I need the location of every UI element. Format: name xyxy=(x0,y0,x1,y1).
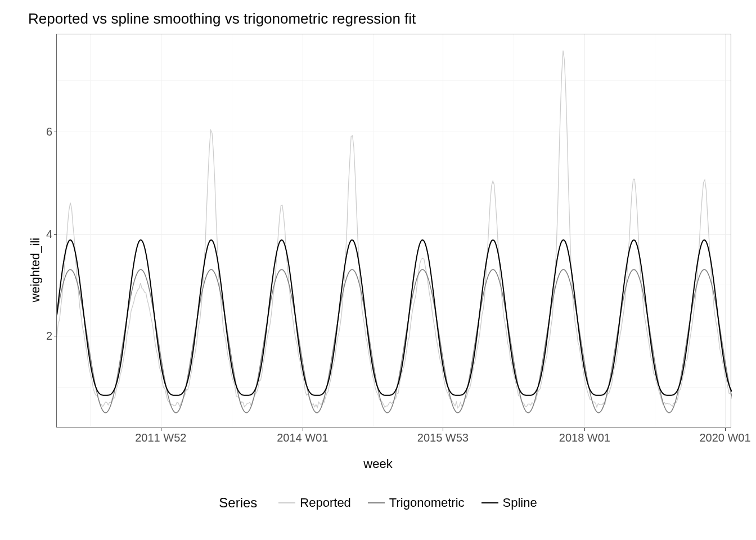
legend-title: Series xyxy=(219,495,257,511)
legend-item-reported: Reported xyxy=(278,496,351,510)
legend-item-trigonometric: Trigonometric xyxy=(368,496,465,510)
legend-swatch-reported xyxy=(278,502,295,503)
chart-title: Reported vs spline smoothing vs trigonom… xyxy=(28,10,416,28)
plot-area xyxy=(57,34,732,428)
legend-swatch-spline xyxy=(482,502,498,503)
legend-item-spline: Spline xyxy=(482,496,537,510)
y-axis-label: weighted_ili xyxy=(28,238,43,303)
legend-swatch-trigonometric xyxy=(368,502,385,503)
legend-label: Trigonometric xyxy=(389,496,465,510)
legend-label: Reported xyxy=(300,496,351,510)
x-axis-label: week xyxy=(0,457,756,471)
plot-panel: 246 2011 W522014 W012015 W532018 W012020… xyxy=(56,34,731,428)
legend: Series Reported Trigonometric Spline xyxy=(0,495,756,511)
legend-label: Spline xyxy=(503,496,537,510)
